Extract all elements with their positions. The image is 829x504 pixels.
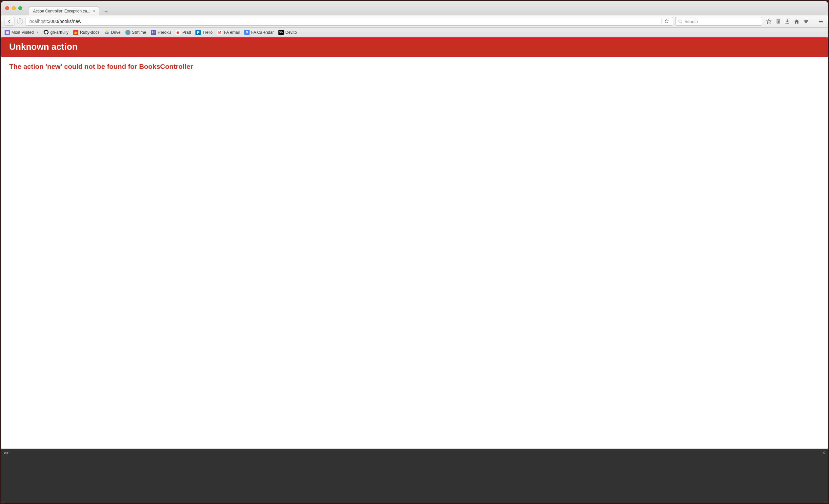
url-host: localhost: [29, 19, 46, 24]
bookmark-label: FA Calendar: [251, 30, 274, 35]
error-body: The action 'new' could not be found for …: [1, 57, 458, 76]
bookmark-label: Strftime: [132, 30, 146, 35]
close-tab-button[interactable]: ×: [93, 8, 96, 14]
bookmark-label: Heroku: [158, 30, 171, 35]
bookmark-devto[interactable]: DEV Dev.to: [279, 30, 297, 35]
error-title: Unknown action: [9, 42, 458, 52]
bookmark-label: Pratt: [182, 30, 191, 35]
bookmark-heroku[interactable]: H Heroku: [151, 30, 171, 35]
bookmark-drive[interactable]: Drive: [104, 30, 120, 35]
bookmark-pratt[interactable]: ◉ Pratt: [175, 30, 191, 35]
calendar-icon: 9: [244, 30, 250, 35]
new-tab-button[interactable]: +: [102, 8, 110, 15]
devto-icon: DEV: [279, 30, 284, 35]
bookmark-label: Trello: [202, 30, 213, 35]
bookmark-fa-email[interactable]: M FA email: [217, 30, 240, 35]
pratt-icon: ◉: [175, 30, 181, 35]
trello-icon: [195, 30, 201, 35]
folder-icon: ▣: [5, 30, 10, 35]
bookmark-strftime[interactable]: 🌐 Strftime: [125, 30, 146, 35]
bookmark-label: Ruby-docs: [80, 30, 100, 35]
page-content: Unknown action The action 'new' could no…: [1, 37, 458, 279]
bookmark-label: Most Visited: [11, 30, 34, 35]
url-bar[interactable]: localhost:3000/books/new: [26, 17, 458, 26]
browser-tab[interactable]: Action Controller: Exception ca... ×: [29, 6, 99, 15]
github-icon: [44, 30, 49, 35]
bookmark-label: gh-artfully: [50, 30, 69, 35]
bookmarks-toolbar: ▣ Most Visited ▼ gh-artfully 👍 Ruby-docs…: [1, 28, 458, 37]
maximize-window-button[interactable]: [19, 6, 22, 10]
svg-rect-2: [197, 31, 198, 34]
bookmark-ruby-docs[interactable]: 👍 Ruby-docs: [73, 30, 100, 35]
tab-strip: Action Controller: Exception ca... × +: [29, 1, 110, 15]
bookmark-label: Dev.to: [285, 30, 297, 35]
bookmark-label: Drive: [111, 30, 120, 35]
bookmark-label: FA email: [224, 30, 240, 35]
globe-icon: 🌐: [125, 30, 131, 35]
back-button[interactable]: [5, 17, 14, 26]
tab-title: Action Controller: Exception ca...: [33, 9, 90, 13]
bookmark-trello[interactable]: Trello: [195, 30, 213, 35]
bookmark-most-visited[interactable]: ▣ Most Visited ▼: [5, 30, 39, 35]
browser-window: Action Controller: Exception ca... × + i…: [1, 1, 458, 279]
url-path: :3000/books/new: [46, 19, 81, 24]
close-window-button[interactable]: [5, 6, 9, 10]
error-message: The action 'new' could not be found for …: [9, 63, 458, 71]
navigation-toolbar: i localhost:3000/books/new Search: [1, 15, 458, 28]
svg-rect-3: [199, 31, 200, 33]
ruby-icon: 👍: [73, 30, 78, 35]
minimize-window-button[interactable]: [12, 6, 16, 10]
titlebar: Action Controller: Exception ca... × +: [1, 1, 458, 15]
drive-icon: [104, 30, 109, 35]
site-info-button[interactable]: i: [17, 18, 23, 24]
chevron-down-icon: ▼: [36, 31, 39, 34]
error-header: Unknown action: [1, 37, 458, 57]
gmail-icon: M: [217, 30, 222, 35]
bookmark-gh-artfully[interactable]: gh-artfully: [44, 30, 69, 35]
heroku-icon: H: [151, 30, 156, 35]
traffic-lights: [5, 6, 22, 10]
bookmark-fa-calendar[interactable]: 9 FA Calendar: [244, 30, 274, 35]
